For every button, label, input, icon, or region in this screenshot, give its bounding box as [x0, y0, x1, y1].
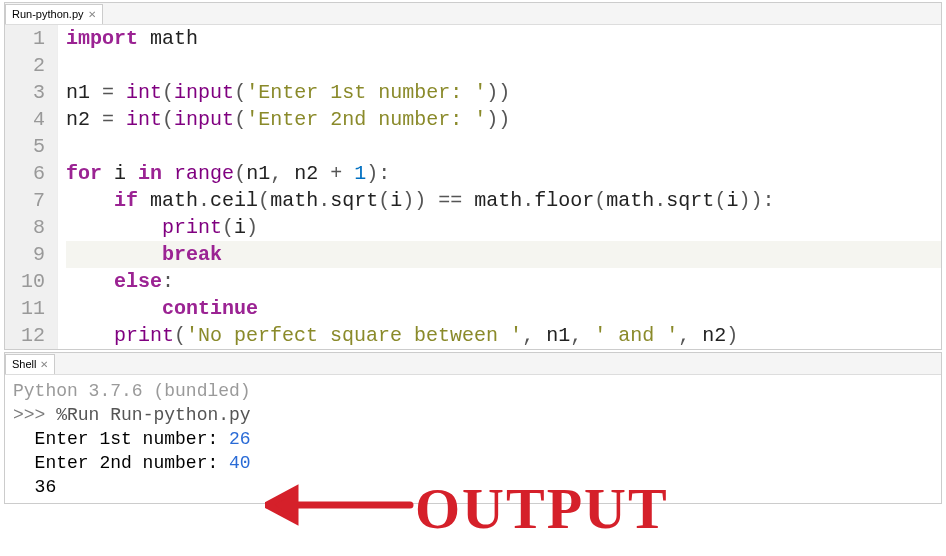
code-line[interactable]: n2 = int(input('Enter 2nd number: ')) — [66, 106, 941, 133]
shell-output[interactable]: Python 3.7.6 (bundled)>>> %Run Run-pytho… — [5, 375, 941, 503]
line-number: 10 — [21, 268, 45, 295]
shell-line: Python 3.7.6 (bundled) — [13, 379, 933, 403]
line-number: 1 — [21, 25, 45, 52]
code-line[interactable]: print(i) — [66, 214, 941, 241]
shell-line: Enter 1st number: 26 — [13, 427, 933, 451]
line-number: 6 — [21, 160, 45, 187]
shell-panel: Shell ✕ Python 3.7.6 (bundled)>>> %Run R… — [4, 352, 942, 504]
line-number: 4 — [21, 106, 45, 133]
line-number: 2 — [21, 52, 45, 79]
code-line[interactable]: print('No perfect square between ', n1, … — [66, 322, 941, 349]
line-number: 7 — [21, 187, 45, 214]
shell-tab-label: Shell — [12, 358, 36, 370]
shell-tab[interactable]: Shell ✕ — [5, 354, 55, 374]
code-editor[interactable]: 123456789101112 import mathn1 = int(inpu… — [5, 25, 941, 349]
code-area[interactable]: import mathn1 = int(input('Enter 1st num… — [58, 25, 941, 349]
shell-line: Enter 2nd number: 40 — [13, 451, 933, 475]
shell-line: >>> %Run Run-python.py — [13, 403, 933, 427]
line-number: 11 — [21, 295, 45, 322]
line-number: 12 — [21, 322, 45, 349]
shell-tab-bar: Shell ✕ — [5, 353, 941, 375]
code-line[interactable]: break — [66, 241, 941, 268]
line-number: 3 — [21, 79, 45, 106]
close-icon[interactable]: ✕ — [40, 359, 48, 370]
code-line[interactable]: for i in range(n1, n2 + 1): — [66, 160, 941, 187]
line-number: 8 — [21, 214, 45, 241]
editor-tab-bar: Run-python.py ✕ — [5, 3, 941, 25]
editor-panel: Run-python.py ✕ 123456789101112 import m… — [4, 2, 942, 350]
code-line[interactable]: import math — [66, 25, 941, 52]
code-line[interactable] — [66, 133, 941, 160]
code-line[interactable]: continue — [66, 295, 941, 322]
code-line[interactable]: else: — [66, 268, 941, 295]
close-icon[interactable]: ✕ — [88, 9, 96, 20]
code-line[interactable]: if math.ceil(math.sqrt(i)) == math.floor… — [66, 187, 941, 214]
shell-line: 36 — [13, 475, 933, 499]
editor-tab[interactable]: Run-python.py ✕ — [5, 4, 103, 24]
line-number: 5 — [21, 133, 45, 160]
code-line[interactable] — [66, 52, 941, 79]
line-number: 9 — [21, 241, 45, 268]
code-line[interactable]: n1 = int(input('Enter 1st number: ')) — [66, 79, 941, 106]
editor-tab-label: Run-python.py — [12, 8, 84, 20]
line-number-gutter: 123456789101112 — [5, 25, 58, 349]
